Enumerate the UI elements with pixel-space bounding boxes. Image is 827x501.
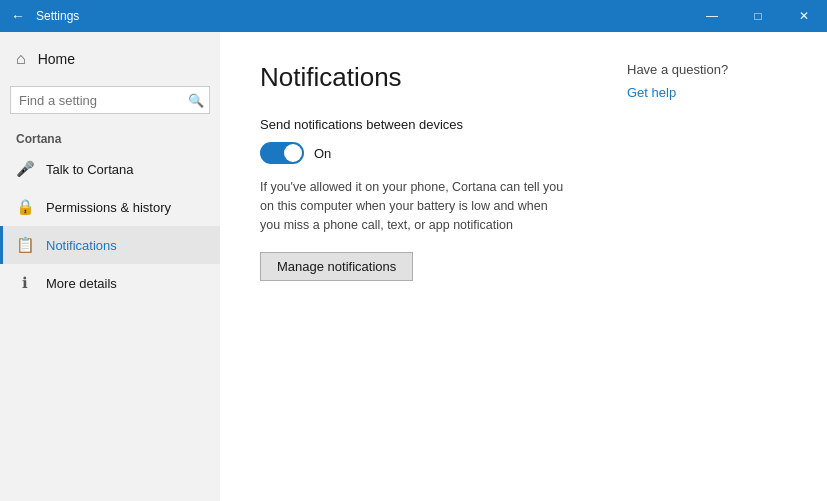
send-notifications-label: Send notifications between devices xyxy=(260,117,567,132)
home-icon: ⌂ xyxy=(16,50,26,68)
minimize-button[interactable]: — xyxy=(689,0,735,32)
back-button[interactable]: ← xyxy=(8,6,28,26)
toggle-switch[interactable] xyxy=(260,142,304,164)
right-panel: Have a question? Get help xyxy=(607,32,827,501)
toggle-label: On xyxy=(314,146,331,161)
app-title: Settings xyxy=(36,9,79,23)
info-icon: ℹ xyxy=(16,274,34,292)
search-input[interactable] xyxy=(10,86,210,114)
app-body: ⌂ Home 🔍 Cortana 🎤 Talk to Cortana 🔒 Per… xyxy=(0,32,827,501)
search-box: 🔍 xyxy=(10,86,210,114)
nav-label: Notifications xyxy=(46,238,117,253)
nav-label: More details xyxy=(46,276,117,291)
page-title: Notifications xyxy=(260,62,567,93)
main-content: Notifications Send notifications between… xyxy=(220,32,607,501)
titlebar: ← Settings — □ ✕ xyxy=(0,0,827,32)
sidebar-item-talk-to-cortana[interactable]: 🎤 Talk to Cortana xyxy=(0,150,220,188)
sidebar-item-permissions-history[interactable]: 🔒 Permissions & history xyxy=(0,188,220,226)
section-label: Cortana xyxy=(0,122,220,150)
lock-icon: 🔒 xyxy=(16,198,34,216)
manage-notifications-button[interactable]: Manage notifications xyxy=(260,252,413,281)
sidebar-item-home[interactable]: ⌂ Home xyxy=(0,40,220,78)
notifications-icon: 📋 xyxy=(16,236,34,254)
microphone-icon: 🎤 xyxy=(16,160,34,178)
sidebar: ⌂ Home 🔍 Cortana 🎤 Talk to Cortana 🔒 Per… xyxy=(0,32,220,501)
search-icon: 🔍 xyxy=(188,93,204,108)
description-text: If you've allowed it on your phone, Cort… xyxy=(260,178,567,234)
titlebar-left: ← Settings xyxy=(8,6,79,26)
toggle-row: On xyxy=(260,142,567,164)
help-title: Have a question? xyxy=(627,62,807,77)
sidebar-item-more-details[interactable]: ℹ More details xyxy=(0,264,220,302)
get-help-link[interactable]: Get help xyxy=(627,85,676,100)
close-button[interactable]: ✕ xyxy=(781,0,827,32)
toggle-knob xyxy=(284,144,302,162)
sidebar-item-notifications[interactable]: 📋 Notifications xyxy=(0,226,220,264)
home-label: Home xyxy=(38,51,75,67)
window-controls: — □ ✕ xyxy=(689,0,827,32)
nav-label: Talk to Cortana xyxy=(46,162,133,177)
nav-label: Permissions & history xyxy=(46,200,171,215)
maximize-button[interactable]: □ xyxy=(735,0,781,32)
